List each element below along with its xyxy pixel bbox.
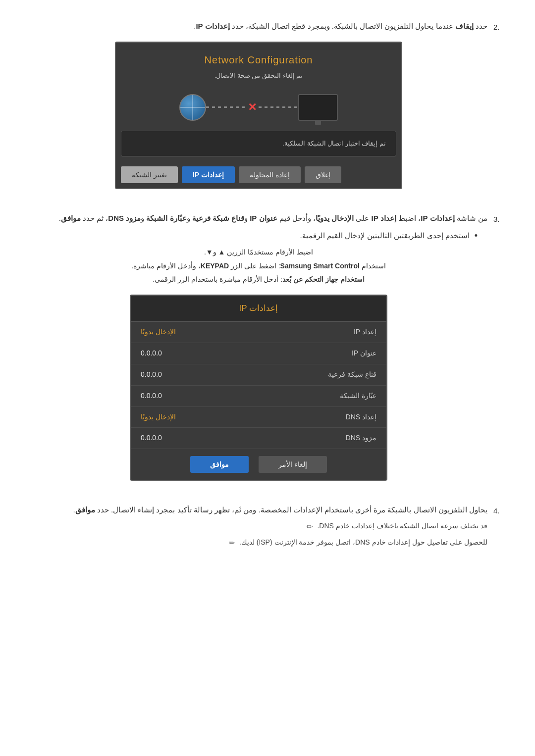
ip-row-value-setup[interactable]: الإدخال يدويًا: [141, 326, 176, 338]
network-config-dialog: Network Configuration تم إلغاء التحقق من…: [115, 42, 402, 189]
step3-bullet-section: • استخدم إحدى الطريقتين التاليتين لإدخال…: [30, 229, 487, 243]
ip-row-gateway: عبّارة الشبكة 0.0.0.0: [131, 386, 386, 407]
step-3-number: 3.: [493, 212, 505, 226]
pencil-icon-2: ✏: [229, 537, 235, 550]
step3-kw-ip-settings: إعدادات IP: [421, 214, 454, 222]
step-2: 2. حدد إيقاف عندما يحاول التلفزيون الاتص…: [30, 20, 505, 198]
ip-row-setup: إعداد IP الإدخال يدويًا: [131, 322, 386, 343]
step3-kw-subnet: قناع شبكة فرعية: [192, 214, 244, 222]
step-4-content: يحاول التلفزيون الاتصال بالشبكة مرة أخرى…: [30, 504, 487, 554]
step3-sub1: اضبط الأرقام مستخدمًا الزرين ▲ و▼.: [30, 247, 487, 258]
btn-ip-settings[interactable]: إعدادات IP: [182, 166, 235, 183]
ip-dialog-body: إعداد IP الإدخال يدويًا عنوان IP 0.0.0.0…: [131, 322, 386, 449]
ip-row-value-gateway[interactable]: 0.0.0.0: [141, 390, 162, 402]
dialog-message-text: تم إيقاف اختبار اتصال الشبكة السلكية.: [131, 138, 386, 149]
dialog-message-box: تم إيقاف اختبار اتصال الشبكة السلكية.: [121, 131, 396, 156]
step-4-text: يحاول التلفزيون الاتصال بالشبكة مرة أخرى…: [30, 504, 487, 516]
btn-close[interactable]: إغلاق: [305, 166, 341, 183]
dotted-line-right: [206, 106, 246, 108]
btn-retry[interactable]: إعادة المحاولة: [239, 166, 301, 183]
step4-note-2-text: للحصول على تفاصيل حول إعدادات خادم DNS، …: [239, 537, 487, 549]
ip-row-value-dns-provider[interactable]: 0.0.0.0: [141, 432, 162, 444]
dotted-line-left: [259, 106, 298, 108]
ip-row-value-dns-setup[interactable]: الإدخال يدويًا: [141, 411, 176, 423]
step-4: 4. يحاول التلفزيون الاتصال بالشبكة مرة أ…: [30, 504, 505, 554]
step-2-content: حدد إيقاف عندما يحاول التلفزيون الاتصال …: [30, 20, 487, 198]
ip-settings-dialog: إعدادات IP إعداد IP الإدخال يدويًا عنوان…: [130, 295, 387, 481]
ip-row-value-addr[interactable]: 0.0.0.0: [141, 348, 162, 359]
globe-icon: [179, 94, 206, 121]
ip-dialog-buttons[interactable]: إلغاء الأمر موافق: [131, 449, 386, 480]
dialog-subtitle: تم إلغاء التحقق من صحة الاتصال.: [126, 70, 391, 81]
step3-bullet-item: • استخدم إحدى الطريقتين التاليتين لإدخال…: [30, 229, 478, 243]
step-4-number: 4.: [493, 504, 505, 517]
step3-kw-ok: موافق: [61, 214, 81, 222]
dialog-title: Network Configuration: [126, 51, 391, 68]
ip-row-label-gateway: عبّارة الشبكة: [340, 390, 376, 402]
btn-change-network[interactable]: تغيير الشبكة: [121, 166, 178, 183]
ip-dialog-header: إعدادات IP: [131, 296, 386, 322]
step3-sub2: استخدام Samsung Smart Control: اضغط على …: [30, 260, 487, 272]
step3-kw-ip-setup: إعداد IP: [372, 214, 396, 222]
ip-row-dns-setup: إعداد DNS الإدخال يدويًا: [131, 407, 386, 428]
step-3-text: من شاشة إعدادات IP، اضبط إعداد IP على ال…: [30, 212, 487, 225]
step3-remote: استخدام جهاز التحكم عن بُعد: [282, 275, 365, 283]
ip-row-label-dns-setup: إعداد DNS: [346, 411, 376, 423]
btn-ip-ok[interactable]: موافق: [190, 456, 249, 473]
ip-row-addr: عنوان IP 0.0.0.0: [131, 343, 386, 364]
ip-row-subnet: قناع شبكة فرعية 0.0.0.0: [131, 364, 386, 386]
dialog-icons-area: ✕: [116, 84, 401, 131]
step2-keyword-ip: إعدادات IP: [196, 22, 229, 30]
step2-keyword-stop: إيقاف: [455, 22, 474, 30]
step4-note-1-text: قد تختلف سرعة اتصال الشبكة باختلاف إعداد…: [317, 520, 487, 532]
step3-brand: Samsung Smart Control: [280, 262, 360, 270]
step3-kw-gateway: عبّارة الشبكة: [146, 214, 186, 222]
step3-kw-ip-addr: عنوان IP: [250, 214, 277, 222]
ip-row-dns-provider: مزود DNS 0.0.0.0: [131, 428, 386, 449]
step3-kw-dns: مزود DNS: [108, 214, 141, 222]
step4-note-1: قد تختلف سرعة اتصال الشبكة باختلاف إعداد…: [30, 520, 487, 533]
step4-kw-ok: موافق: [75, 505, 95, 514]
x-mark-icon: ✕: [248, 98, 257, 116]
step3-kw-manual: الإدخال يدويًا: [316, 214, 354, 222]
tv-icon: [298, 94, 338, 121]
pencil-icon-1: ✏: [307, 520, 313, 533]
step3-sub3: استخدام جهاز التحكم عن بُعد: أدخل الأرقا…: [30, 274, 487, 286]
ip-row-label-setup: إعداد IP: [354, 326, 376, 338]
step-3: 3. من شاشة إعدادات IP، اضبط إعداد IP على…: [30, 212, 505, 490]
btn-ip-cancel[interactable]: إلغاء الأمر: [259, 456, 327, 473]
dialog-buttons[interactable]: إغلاق إعادة المحاولة إعدادات IP تغيير ال…: [116, 161, 401, 188]
step4-note-2: للحصول على تفاصيل حول إعدادات خادم DNS، …: [30, 537, 487, 550]
ip-dialog-title: إعدادات IP: [141, 302, 376, 316]
ip-row-label-addr: عنوان IP: [352, 348, 376, 359]
ip-row-label-subnet: قناع شبكة فرعية: [328, 369, 376, 381]
bullet-dot: •: [475, 229, 478, 243]
ip-row-label-dns-provider: مزود DNS: [346, 432, 376, 444]
step-2-number: 2.: [493, 20, 505, 34]
ip-row-value-subnet[interactable]: 0.0.0.0: [141, 369, 162, 381]
step-2-text: حدد إيقاف عندما يحاول التلفزيون الاتصال …: [30, 20, 487, 33]
step3-keypad: KEYPAD: [201, 262, 229, 270]
step3-bullet-text: استخدم إحدى الطريقتين التاليتين لإدخال ا…: [300, 229, 470, 243]
dialog-header: Network Configuration تم إلغاء التحقق من…: [116, 43, 401, 84]
step-3-content: من شاشة إعدادات IP، اضبط إعداد IP على ال…: [30, 212, 487, 490]
